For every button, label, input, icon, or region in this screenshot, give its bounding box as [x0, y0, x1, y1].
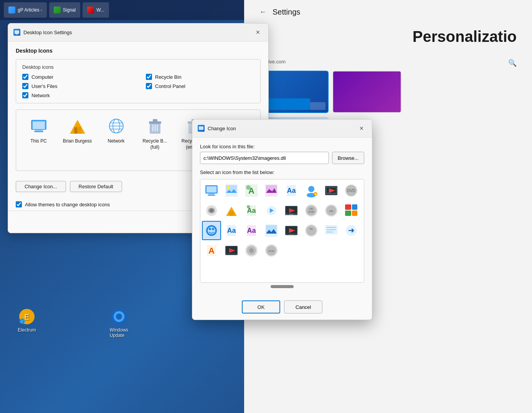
theme-thumb-blue[interactable]: [259, 71, 329, 113]
icon-cell-0[interactable]: [202, 181, 221, 200]
change-icon-close-button[interactable]: ✕: [357, 123, 367, 133]
icon-cell-22[interactable]: BD: [302, 221, 321, 240]
theme-thumb-purple[interactable]: [332, 71, 401, 113]
icon-cell-19[interactable]: Aa: [242, 221, 261, 240]
icon-cell-10[interactable]: [222, 201, 241, 220]
dialog-close-desktop[interactable]: ✕: [253, 27, 263, 37]
svg-rect-32: [207, 186, 216, 192]
svg-text:E: E: [24, 313, 29, 321]
icon-cell-21[interactable]: DVD: [282, 221, 301, 240]
checkbox-users-files-input[interactable]: [22, 83, 28, 89]
preview-network[interactable]: Network: [100, 116, 132, 164]
icon-cell-4[interactable]: Aa: [282, 181, 301, 200]
restore-default-button[interactable]: Restore Default: [70, 181, 122, 192]
svg-text:Aa: Aa: [227, 227, 236, 234]
preview-brian-burgess[interactable]: Brian Burgess: [61, 116, 94, 164]
checkbox-network-label: Network: [31, 93, 50, 98]
icon-cell-8[interactable]: ✓: [362, 181, 364, 200]
preview-this-pc[interactable]: This PC: [22, 116, 55, 164]
svg-point-67: [247, 205, 250, 208]
electrum-icon: E ✓: [18, 307, 36, 326]
file-path-input[interactable]: [200, 152, 329, 164]
checkbox-control-panel-label: Control Panel: [155, 83, 185, 89]
svg-text:✓: ✓: [21, 320, 24, 323]
checkbox-network-input[interactable]: [22, 92, 28, 98]
icon-cell-2[interactable]: A: [242, 181, 261, 200]
checkbox-control-panel-input[interactable]: [146, 83, 152, 89]
change-icon-dialog: Change Icon ✕ Look for icons in this fil…: [192, 119, 372, 320]
icon-cell-18[interactable]: Aa: [222, 221, 241, 240]
svg-rect-26: [157, 124, 158, 131]
change-icon-ok-button[interactable]: OK: [242, 300, 280, 313]
svg-point-62: [210, 209, 213, 212]
icon-cell-15[interactable]: [342, 201, 361, 220]
icon-cell-24[interactable]: [342, 221, 361, 240]
group-label: Desktop icons: [22, 64, 254, 70]
preview-recycle-full[interactable]: Recycle B...(full): [139, 116, 171, 164]
taskbar-label-gp: gP Articles -: [18, 7, 42, 13]
dialog-icon-desktop: [13, 29, 20, 36]
settings-back-button[interactable]: ←: [259, 8, 266, 16]
svg-rect-15: [74, 128, 77, 134]
file-path-input-row: Browse...: [200, 152, 364, 164]
icon-cell-6[interactable]: [322, 181, 341, 200]
checkbox-recycle-bin[interactable]: Recycle Bin: [146, 74, 254, 80]
change-icon-cancel-button[interactable]: Cancel: [284, 300, 322, 313]
svg-text:HD: HD: [329, 210, 333, 212]
this-pc-preview-icon: [29, 116, 49, 136]
icon-cell-27[interactable]: [222, 241, 241, 260]
taskbar-item-signal[interactable]: Signal: [49, 2, 80, 18]
desktop-icon-windows-update[interactable]: WindowsUpdate: [104, 307, 134, 338]
icon-cell-26[interactable]: A: [202, 241, 221, 260]
checkbox-users-files[interactable]: User's Files: [22, 83, 131, 89]
icon-cell-14[interactable]: HDDVD: [302, 201, 321, 220]
taskbar-item-gp[interactable]: gP Articles -: [4, 2, 47, 18]
checkbox-computer-label: Computer: [31, 74, 53, 80]
svg-text:DVD: DVD: [289, 213, 294, 216]
icon-cell-20[interactable]: [262, 221, 281, 240]
svg-rect-82: [345, 211, 351, 216]
icon-cell-13[interactable]: DVD: [282, 201, 301, 220]
allow-themes-input[interactable]: [16, 201, 22, 207]
change-icon-title: Change Icon: [208, 126, 354, 131]
icon-cell-3[interactable]: [262, 181, 281, 200]
dialog-titlebar-change-icon: Change Icon ✕: [192, 119, 372, 138]
this-pc-label: This PC: [30, 138, 47, 144]
checkbox-recycle-bin-input[interactable]: [146, 74, 152, 80]
icon-cell-17[interactable]: [202, 221, 221, 240]
svg-rect-33: [208, 194, 215, 195]
checkbox-users-files-label: User's Files: [31, 83, 58, 89]
svg-rect-23: [153, 119, 157, 122]
electrum-label: Electrum: [18, 327, 36, 333]
icon-cell-14b[interactable]: HD: [322, 201, 341, 220]
desktop-icon-electrum[interactable]: E ✓ Electrum: [12, 307, 42, 333]
svg-text:HD: HD: [309, 207, 313, 210]
checkbox-network[interactable]: Network: [22, 92, 131, 98]
icon-cell-28[interactable]: [242, 241, 261, 260]
svg-rect-12: [34, 131, 43, 132]
icon-cell-9[interactable]: [202, 201, 221, 220]
checkbox-computer-input[interactable]: [22, 74, 28, 80]
icon-cell-1[interactable]: [222, 181, 241, 200]
svg-text:A: A: [208, 246, 215, 255]
icon-cell-7[interactable]: DVD: [342, 181, 361, 200]
svg-rect-30: [199, 126, 203, 130]
icon-cell-11[interactable]: Aa: [242, 201, 261, 220]
icon-cell-29[interactable]: VCD: [262, 241, 281, 260]
signal-icon: [54, 7, 61, 13]
icon-cell-12[interactable]: [262, 201, 281, 220]
icon-cell-25[interactable]: Aa: [362, 221, 364, 240]
svg-point-6: [116, 313, 122, 320]
checkbox-computer[interactable]: Computer: [22, 74, 131, 80]
file-path-label: Look for icons in this file:: [200, 144, 364, 149]
taskbar-item-w[interactable]: W...: [83, 2, 109, 18]
icon-grid-container[interactable]: A Aa ★ DVD ✓: [200, 179, 364, 283]
icon-cell-23[interactable]: [322, 221, 341, 240]
change-icon-button[interactable]: Change Icon...: [16, 181, 66, 192]
personalization-title: Personalizatio: [244, 24, 532, 53]
checkbox-control-panel[interactable]: Control Panel: [146, 83, 254, 89]
icon-cell-5[interactable]: ★: [302, 181, 321, 200]
svg-rect-24: [152, 124, 154, 131]
icon-cell-16[interactable]: [362, 201, 364, 220]
browse-button[interactable]: Browse...: [332, 152, 364, 164]
